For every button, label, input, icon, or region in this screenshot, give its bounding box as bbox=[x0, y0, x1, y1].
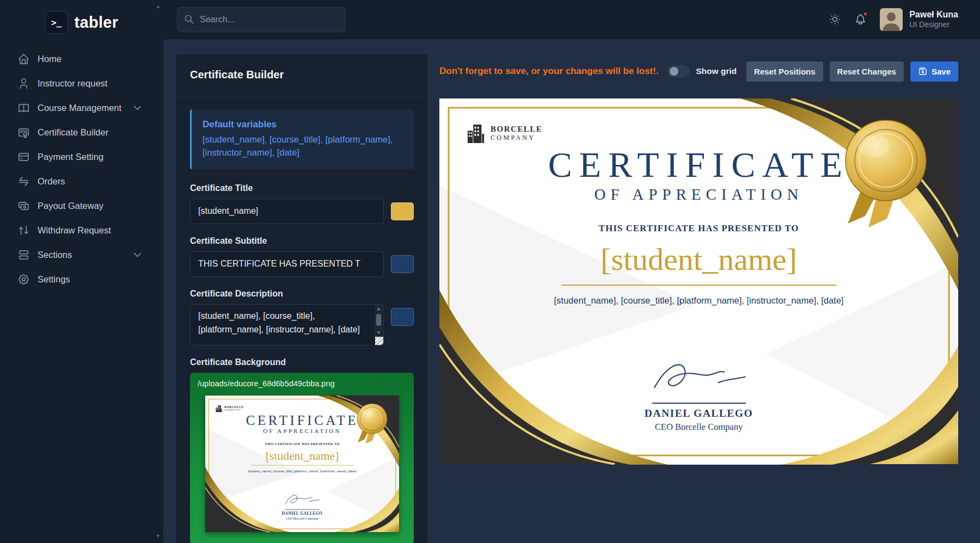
signature-line bbox=[652, 403, 746, 404]
save-label: Save bbox=[932, 67, 951, 76]
chevron-down-icon bbox=[131, 249, 144, 261]
sidebar-item-home[interactable]: Home bbox=[0, 47, 163, 71]
main-content: Certificate Builder Default variables [s… bbox=[163, 39, 980, 543]
scroll-down-arrow[interactable]: ▼ bbox=[377, 329, 381, 337]
certificate-signer-title: CEO Borcelle Company bbox=[439, 422, 958, 433]
sidebar-item-certificate-builder[interactable]: Certificate Builder bbox=[0, 120, 163, 145]
toggle-knob bbox=[670, 67, 678, 76]
scrollbar-thumb[interactable] bbox=[376, 314, 381, 326]
certificate-text-layer: CERTIFICATE OF APPRECIATION THIS CERTIFI… bbox=[439, 98, 958, 465]
sidebar-item-withdraw-request[interactable]: Withdraw Request bbox=[0, 218, 163, 243]
certificate-signer-name: DANIEL GALLEGO bbox=[205, 511, 399, 515]
scroll-up-arrow[interactable]: ▲ bbox=[377, 305, 381, 313]
certificate-signer-name: DANIEL GALLEGO bbox=[439, 408, 958, 419]
sidebar: >_ tabler Home Instructor request Course… bbox=[0, 0, 163, 543]
card-header: Certificate Builder bbox=[176, 54, 428, 96]
user-role: UI Designer bbox=[909, 20, 958, 30]
user-name: Paweł Kuna bbox=[909, 9, 958, 20]
certificate-title-text[interactable]: CERTIFICATE bbox=[439, 144, 958, 186]
tabler-logo-icon: >_ bbox=[45, 11, 68, 34]
certificate-subtitle-label: Certificate Subtitle bbox=[190, 236, 414, 246]
student-name-underline bbox=[561, 285, 836, 286]
signature-icon bbox=[640, 357, 757, 401]
chevron-down-icon bbox=[131, 102, 144, 114]
background-thumbnail: BORCELLE COMPANY CERTIFICATE bbox=[205, 396, 399, 532]
credit-card-icon bbox=[17, 151, 30, 163]
global-search[interactable] bbox=[177, 7, 346, 32]
transfer-arrows-icon bbox=[17, 175, 30, 188]
cash-icon bbox=[17, 200, 30, 212]
user-icon bbox=[17, 77, 30, 90]
preview-column: Don't forget to save, or your changes wi… bbox=[439, 53, 958, 543]
certificate-canvas[interactable]: BORCELLE COMPANY CERTIFICATE bbox=[439, 98, 958, 465]
certificate-description-text[interactable]: [student_name], [course_title], [platfor… bbox=[439, 295, 958, 306]
signature-icon bbox=[280, 492, 323, 509]
save-floppy-icon bbox=[918, 66, 928, 76]
certificate-icon bbox=[17, 126, 30, 139]
sidebar-item-label: Course Management bbox=[38, 103, 121, 113]
brand-name: tabler bbox=[75, 14, 119, 32]
textarea-scrollbar[interactable]: ▲ ▼ bbox=[375, 305, 383, 337]
certificate-title-input[interactable] bbox=[190, 199, 384, 224]
notifications-button[interactable] bbox=[854, 13, 867, 26]
certificate-signer-title: CEO Borcelle Company bbox=[205, 516, 399, 520]
sidebar-scroll-down[interactable]: ▼ bbox=[156, 534, 161, 539]
scrollbar-track[interactable] bbox=[376, 313, 381, 329]
show-grid-toggle[interactable] bbox=[667, 65, 689, 77]
sidebar-item-label: Payout Gateway bbox=[38, 201, 103, 211]
default-variables-title: Default variables bbox=[203, 119, 403, 130]
certificate-title-label: Certificate Title bbox=[190, 183, 414, 193]
title-color-swatch[interactable] bbox=[391, 202, 414, 220]
sidebar-item-instructor-request[interactable]: Instructor request bbox=[0, 71, 163, 96]
default-variables-box: Default variables [student_name], [cours… bbox=[190, 109, 414, 169]
certificate-description-text[interactable]: [student_name], [course_title], [platfor… bbox=[205, 469, 399, 473]
sidebar-item-payout-gateway[interactable]: Payout Gateway bbox=[0, 194, 163, 218]
home-icon bbox=[17, 53, 30, 65]
user-menu[interactable]: Paweł Kuna UI Designer bbox=[880, 8, 958, 31]
certificate-description-input[interactable]: [student_name], [course_title], [platfor… bbox=[190, 304, 384, 345]
description-text: [student_name], [course_title], [platfor… bbox=[191, 305, 383, 341]
textarea-resize-grip[interactable] bbox=[375, 337, 383, 345]
sidebar-item-course-management[interactable]: Course Management bbox=[0, 96, 163, 120]
theme-sun-icon[interactable] bbox=[829, 13, 841, 26]
sidebar-item-orders[interactable]: Orders bbox=[0, 169, 163, 194]
avatar bbox=[880, 8, 903, 31]
certificate-description-label: Certificate Description bbox=[190, 289, 414, 299]
default-variables-list: [student_name], [course_title], [platfor… bbox=[203, 133, 403, 159]
page-title: Certificate Builder bbox=[190, 69, 414, 81]
certificate-presented-line[interactable]: THIS CERTIFICATE HAS PRESENTED TO bbox=[205, 442, 399, 446]
layout-list-icon bbox=[17, 249, 30, 261]
certificate-subtitle-of-appreciation: OF APPRECIATION bbox=[439, 186, 958, 203]
book-icon bbox=[17, 102, 30, 114]
search-input[interactable] bbox=[200, 15, 339, 24]
show-grid-label: Show grid bbox=[696, 66, 737, 76]
sidebar-item-sections[interactable]: Sections bbox=[0, 243, 163, 267]
certificate-background-label: Certificate Background bbox=[190, 357, 414, 367]
save-button[interactable]: Save bbox=[910, 61, 958, 82]
reset-positions-button[interactable]: Reset Positions bbox=[746, 61, 823, 82]
certificate-canvas[interactable]: BORCELLE COMPANY CERTIFICATE bbox=[205, 396, 399, 532]
sidebar-item-payment-setting[interactable]: Payment Setting bbox=[0, 145, 163, 169]
card-body: Default variables [student_name], [cours… bbox=[176, 96, 428, 543]
certificate-student-name[interactable]: [student_name] bbox=[439, 241, 958, 277]
sidebar-scroll-up[interactable]: ▲ bbox=[156, 4, 161, 9]
sidebar-item-label: Orders bbox=[38, 176, 65, 187]
background-thumb-scale: BORCELLE COMPANY CERTIFICATE bbox=[205, 396, 399, 532]
sidebar-item-settings[interactable]: Settings bbox=[0, 267, 163, 292]
brand[interactable]: >_ tabler bbox=[0, 7, 163, 38]
certificate-subtitle-of-appreciation: OF APPRECIATION bbox=[205, 428, 399, 435]
student-name-underline bbox=[250, 465, 353, 466]
certificate-presented-line[interactable]: THIS CERTIFICATE HAS PRESENTED TO bbox=[439, 223, 958, 234]
certificate-subtitle-input[interactable] bbox=[190, 251, 384, 277]
subtitle-color-swatch[interactable] bbox=[391, 255, 414, 273]
sidebar-item-label: Withdraw Request bbox=[38, 225, 111, 236]
certificate-title-text[interactable]: CERTIFICATE bbox=[205, 412, 399, 428]
sidebar-item-label: Payment Setting bbox=[38, 152, 103, 162]
sidebar-item-label: Instructor request bbox=[38, 78, 107, 89]
reset-changes-button[interactable]: Reset Changes bbox=[830, 61, 904, 82]
unsaved-warning: Don't forget to save, or your changes wi… bbox=[439, 66, 659, 77]
description-color-swatch[interactable] bbox=[391, 308, 414, 326]
certificate-student-name[interactable]: [student_name] bbox=[205, 449, 399, 462]
certificate-background-panel[interactable]: /uploads/educore_68d6b5d49cbba.png bbox=[190, 373, 414, 543]
certificate-text-layer: CERTIFICATE OF APPRECIATION THIS CERTIFI… bbox=[205, 396, 399, 532]
